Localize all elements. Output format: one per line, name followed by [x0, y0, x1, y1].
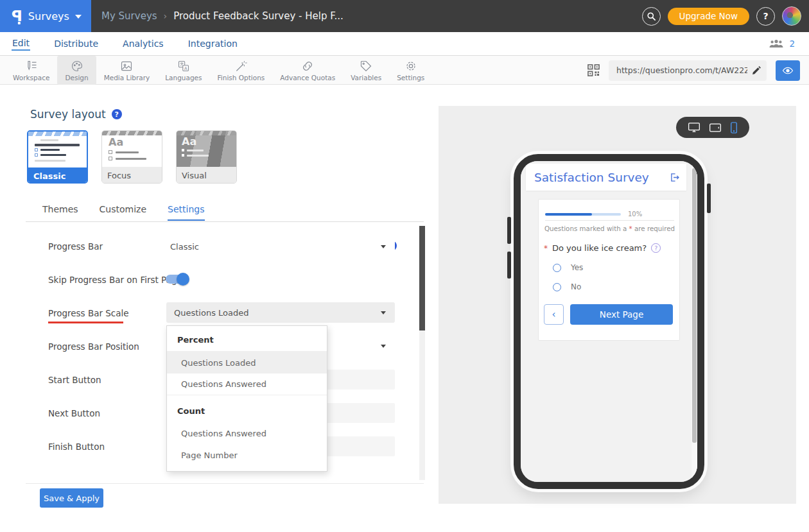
chevron-down-icon [381, 245, 386, 248]
dropdown-option-questions-answered-count[interactable]: Questions Answered [167, 422, 327, 444]
team-icon [769, 39, 783, 49]
toolbar-workspace[interactable]: Workspace [5, 56, 57, 85]
scale-dropdown-menu: Percent Questions Loaded Questions Answe… [166, 325, 327, 472]
breadcrumb: My Surveys › Product Feedback Survey - H… [101, 0, 344, 32]
classic-thumbnail [28, 132, 87, 167]
desktop-preview-button[interactable] [688, 122, 700, 133]
toolbar-settings[interactable]: Settings [389, 56, 432, 85]
survey-preview-title: Satisfaction Survey [534, 171, 649, 184]
layout-card-focus[interactable]: Aa Focus [101, 130, 162, 184]
phone-volume-down-button [507, 252, 511, 279]
progress-bar-value: Classic [170, 242, 199, 252]
skip-progress-toggle[interactable] [166, 275, 187, 284]
radio-yes[interactable] [553, 264, 561, 272]
variables-tag-icon [360, 60, 372, 73]
preview-scrollbar-thumb[interactable] [692, 168, 697, 443]
svg-text:A: A [184, 65, 187, 71]
dropdown-option-page-number[interactable]: Page Number [167, 444, 327, 466]
search-button[interactable] [642, 7, 661, 26]
preview-button[interactable] [776, 60, 800, 81]
upgrade-now-button[interactable]: Upgrade Now [668, 8, 749, 25]
survey-question-card: 10% Questions marked with a * are requir… [538, 199, 680, 341]
chevron-down-icon [75, 15, 82, 19]
nav-tab-integration[interactable]: Integration [187, 37, 238, 50]
settings-scrollbar[interactable] [419, 226, 425, 480]
survey-layout-header: Survey layout ? [30, 108, 122, 121]
nav-tab-analytics[interactable]: Analytics [122, 37, 164, 50]
questionpro-logo-icon: P [12, 9, 22, 24]
toolbar-variables[interactable]: Variables [343, 56, 389, 85]
questionpro-app: P Surveys My Surveys › Product Feedback … [0, 0, 809, 532]
previous-page-button[interactable]: ‹ [544, 304, 564, 325]
survey-nav: Edit Distribute Analytics Integration 2 [0, 32, 809, 56]
question-help-icon[interactable]: ? [651, 243, 661, 253]
next-page-button[interactable]: Next Page [570, 304, 673, 325]
user-avatar[interactable] [782, 6, 801, 26]
edit-url-pencil-icon[interactable] [751, 65, 761, 76]
toolbar-media-library[interactable]: Media Library [96, 56, 158, 85]
tab-settings[interactable]: Settings [168, 204, 204, 221]
qr-code-icon[interactable] [587, 64, 600, 76]
focus-thumbnail: Aa [102, 131, 162, 167]
advance-quotas-link-icon [301, 60, 314, 73]
finish-options-wand-icon [234, 60, 247, 73]
eye-icon [782, 65, 794, 76]
preview-divider [545, 220, 674, 221]
skip-progress-label: Skip Progress Bar on First Page [48, 275, 182, 285]
toggle-knob [177, 273, 189, 286]
exit-survey-icon[interactable] [669, 172, 680, 183]
visual-thumbnail: Aa [177, 131, 236, 167]
option-no[interactable]: No [553, 282, 581, 291]
save-apply-button[interactable]: Save & Apply [40, 488, 103, 508]
scroll-up-arrow-icon[interactable] [692, 162, 696, 166]
layout-card-classic[interactable]: Classic [27, 130, 88, 184]
required-note: Questions marked with a * are required [539, 225, 681, 232]
start-button-label: Start Button [48, 375, 101, 385]
dropdown-option-questions-answered-percent[interactable]: Questions Answered [167, 373, 327, 395]
tabs-divider [26, 221, 424, 222]
layout-card-visual[interactable]: Aa Visual [176, 130, 237, 184]
preview-scrollbar[interactable] [692, 161, 697, 482]
settings-scrollbar-thumb[interactable] [419, 226, 425, 330]
breadcrumb-my-surveys[interactable]: My Surveys [101, 10, 157, 22]
toolbar-languages[interactable]: A Languages [157, 56, 209, 85]
scroll-down-arrow-icon[interactable] [692, 477, 696, 481]
option-yes[interactable]: Yes [553, 263, 583, 272]
layout-card-visual-label: Visual [177, 167, 236, 184]
progress-bar-position-label: Progress Bar Position [48, 341, 139, 352]
radio-no[interactable] [553, 283, 561, 291]
product-menu[interactable]: P Surveys [0, 0, 91, 32]
topbar-actions: Upgrade Now ? [642, 0, 801, 32]
preview-progress-percent: 10% [628, 210, 642, 218]
toolbar-advance-quotas[interactable]: Advance Quotas [272, 56, 343, 85]
preview-nav-buttons: ‹ Next Page [544, 304, 673, 325]
toolbar-finish-options[interactable]: Finish Options [210, 56, 273, 85]
preview-progress-fill [545, 213, 592, 216]
nav-tabs: Edit Distribute Analytics Integration [12, 32, 238, 55]
progress-bar-scale-select[interactable]: Questions Loaded [166, 302, 395, 323]
survey-layout-help-icon[interactable]: ? [112, 109, 122, 119]
dropdown-group-percent: Percent [167, 329, 327, 352]
tablet-preview-button[interactable] [709, 123, 722, 133]
collaborators[interactable]: 2 [769, 32, 795, 55]
survey-url-field[interactable]: https://questionpro.com/t/AW22Z4B [609, 60, 767, 81]
tab-customize[interactable]: Customize [100, 204, 147, 221]
search-icon [647, 12, 656, 21]
tab-themes[interactable]: Themes [42, 204, 78, 221]
progress-bar-select[interactable]: Classic [166, 236, 395, 257]
toolbar-items: Workspace Design Media Library A Languag… [5, 56, 432, 85]
nav-tab-distribute[interactable]: Distribute [53, 37, 99, 50]
phone-volume-up-button [507, 217, 511, 244]
nav-tab-edit[interactable]: Edit [12, 37, 30, 51]
help-button[interactable]: ? [756, 7, 775, 26]
design-panel-tabs: Themes Customize Settings [42, 204, 205, 221]
help-glyph: ? [763, 11, 768, 21]
breadcrumb-survey-name: Product Feedback Survey - Help F... [173, 10, 344, 22]
toolbar-design[interactable]: Design [57, 56, 96, 85]
mobile-preview-button[interactable] [730, 121, 738, 134]
top-bar: P Surveys My Surveys › Product Feedback … [0, 0, 809, 32]
dropdown-option-questions-loaded[interactable]: Questions Loaded [167, 352, 327, 373]
preview-panel: Satisfaction Survey 10% [439, 106, 796, 504]
phone-screen: Satisfaction Survey 10% [521, 161, 697, 482]
device-switcher [676, 117, 749, 138]
